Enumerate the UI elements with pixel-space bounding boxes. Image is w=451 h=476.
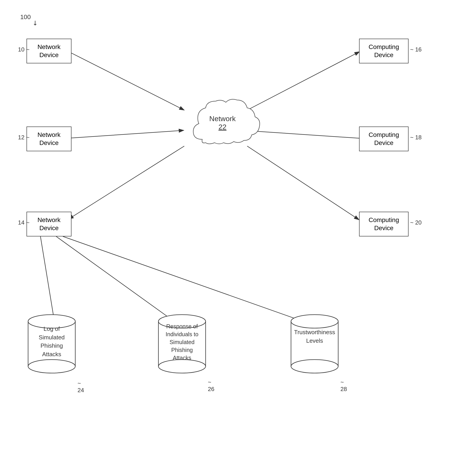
network-device-12: NetworkDevice — [26, 126, 71, 151]
db24-label: Log ofSimulatedPhishingAttacks — [27, 325, 76, 359]
svg-line-2 — [68, 130, 184, 138]
db28-label: TrustworthinessLevels — [290, 328, 339, 345]
ref-20: ~ 20 — [410, 219, 422, 226]
svg-line-9 — [63, 236, 315, 326]
svg-point-17 — [291, 360, 338, 373]
svg-line-1 — [68, 51, 184, 110]
network-cloud: Network 22 — [184, 97, 261, 156]
computing-device-18: ComputingDevice — [359, 126, 408, 151]
svg-line-7 — [40, 236, 55, 326]
ref-14: 14 ~ — [18, 219, 29, 226]
figure-arrow: ↘ — [31, 19, 40, 27]
svg-line-5 — [249, 131, 359, 138]
network-device-14: NetworkDevice — [26, 212, 71, 236]
network-device-10: NetworkDevice — [26, 39, 71, 63]
ref-10: 10 ~ — [18, 46, 29, 53]
db26-label: Response ofIndividuals toSimulatedPhishi… — [157, 323, 207, 362]
database-28: TrustworthinessLevels ~ 28 — [290, 312, 339, 376]
network-label: Network 22 — [184, 115, 261, 131]
database-26: Response ofIndividuals toSimulatedPhishi… — [157, 312, 207, 376]
computing-device-16: ComputingDevice — [359, 39, 408, 63]
ref-12: 12 ~ — [18, 134, 29, 141]
svg-point-18 — [291, 315, 338, 328]
ref-24: ~ 24 — [77, 380, 84, 394]
ref-18: ~ 18 — [410, 134, 422, 141]
diagram: 100 ↘ NetworkDevice 10 ~ — [0, 0, 451, 476]
ref-28: ~ 28 — [340, 379, 347, 393]
svg-line-8 — [56, 236, 180, 326]
ref-16: ~ 16 — [410, 46, 422, 53]
database-24: Log ofSimulatedPhishingAttacks ~ 24 — [27, 312, 76, 376]
svg-line-6 — [247, 146, 359, 220]
computing-device-20: ComputingDevice — [359, 212, 408, 236]
connection-arrows — [0, 0, 451, 476]
svg-line-4 — [247, 52, 360, 110]
svg-line-3 — [69, 146, 184, 219]
figure-number: 100 — [20, 13, 31, 21]
ref-26: ~ 26 — [208, 379, 214, 393]
svg-point-11 — [28, 360, 75, 373]
